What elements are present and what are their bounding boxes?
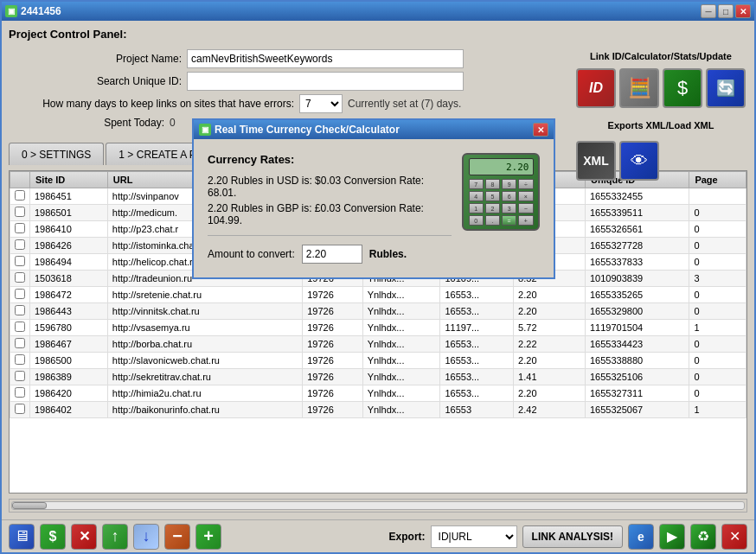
row-col3: 19726 xyxy=(303,385,362,402)
plus-button[interactable]: + xyxy=(195,524,221,550)
row-siteid: 1986501 xyxy=(30,205,108,221)
arrow-up-button[interactable]: ↑ xyxy=(102,524,128,550)
row-uniqueid: 1655337833 xyxy=(585,254,689,271)
link-analysis-button[interactable]: LINK ANALYSIS! xyxy=(522,525,623,548)
row-checkbox[interactable] xyxy=(15,256,25,266)
monitor-icon-button[interactable]: 🖥 xyxy=(9,524,35,550)
minimize-button[interactable]: ─ xyxy=(701,4,716,18)
row-checkbox-cell xyxy=(10,221,30,238)
row-checkbox[interactable] xyxy=(15,322,25,332)
title-bar: ▣ 2441456 ─ □ ✕ xyxy=(2,2,754,21)
row-url: http://sretenie.chat.ru xyxy=(107,287,302,303)
col-header-siteid: Site ID xyxy=(30,172,108,188)
row-col5: 16553... xyxy=(440,369,514,385)
modal-close-button[interactable]: ✕ xyxy=(533,123,548,137)
window-controls: ─ □ ✕ xyxy=(701,4,751,18)
row-col5: 16553... xyxy=(440,385,514,402)
scrollbar-thumb[interactable] xyxy=(12,502,47,509)
horizontal-scrollbar[interactable] xyxy=(9,499,747,513)
row-checkbox[interactable] xyxy=(15,190,25,201)
calc-button-grid: 7 8 9 ÷ 4 5 6 × 1 2 3 − 0 . = + xyxy=(469,179,534,226)
maximize-button[interactable]: □ xyxy=(718,4,734,18)
row-checkbox[interactable] xyxy=(15,289,25,299)
row-siteid: 1986467 xyxy=(30,336,108,353)
rate-usd: 2.20 Rubles in USD is: $0.03 Conversion … xyxy=(208,175,452,199)
calc-display: 2.20 xyxy=(469,158,534,175)
row-page: 0 xyxy=(689,254,746,271)
row-col5: 16553... xyxy=(440,287,514,303)
convert-row: Amount to convert: Rubles. xyxy=(208,245,452,264)
modal-title-bar: ▣ Real Time Currency Check/Calculator ✕ xyxy=(194,120,554,139)
row-siteid: 1986494 xyxy=(30,254,108,271)
row-col4: Ynlhdx... xyxy=(362,385,440,402)
x-final-button[interactable]: ✕ xyxy=(721,524,747,550)
minus-button[interactable]: − xyxy=(164,524,190,550)
row-url: http://borba.chat.ru xyxy=(107,336,302,353)
modal-body: Currency Rates: 2.20 Rubles in USD is: $… xyxy=(194,139,554,277)
table-row: 1986402 http://baikonurinfo.chat.ru 1972… xyxy=(10,402,746,418)
row-checkbox-cell xyxy=(10,336,30,353)
project-name-input[interactable] xyxy=(187,49,464,68)
bottom-bar: 🖥 $ ✕ ↑ ↓ − + Export: ID|URL Full Data C… xyxy=(2,519,754,552)
row-page: 0 xyxy=(689,336,746,353)
app-icon: ▣ xyxy=(5,5,17,17)
row-col3: 19726 xyxy=(303,353,362,369)
calc-2: 2 xyxy=(485,203,500,213)
dollar-bottom-button[interactable]: $ xyxy=(40,524,66,550)
row-uniqueid: 1655335265 xyxy=(585,287,689,303)
row-page: 1 xyxy=(689,320,746,336)
load-xml-button[interactable]: 👁 xyxy=(619,141,659,181)
row-checkbox-cell xyxy=(10,369,30,385)
table-row: 1986420 http://himia2u.chat.ru 19726 Ynl… xyxy=(10,385,746,402)
xml-panel-title: Exports XML/Load XML xyxy=(576,120,746,131)
row-siteid: 1596780 xyxy=(30,320,108,336)
row-checkbox[interactable] xyxy=(15,404,25,414)
modal-app-icon: ▣ xyxy=(199,124,211,136)
keep-days-dropdown[interactable]: 73514 xyxy=(299,94,343,113)
row-uniqueid: 1655325106 xyxy=(585,369,689,385)
search-id-input[interactable] xyxy=(187,72,464,91)
green-arrow-button[interactable]: ▶ xyxy=(659,524,685,550)
row-col3: 19726 xyxy=(303,303,362,320)
amount-input[interactable] xyxy=(302,245,362,264)
right-panel: Link ID/Calculator/Stats/Update ID 🧮 $ 🔄… xyxy=(576,51,746,181)
update-icon-button[interactable]: 🔄 xyxy=(706,68,746,108)
table-row: 1986500 http://slavonicweb.chat.ru 19726… xyxy=(10,353,746,369)
row-checkbox[interactable] xyxy=(15,239,25,250)
calc-add: + xyxy=(518,215,533,226)
calc-div: ÷ xyxy=(518,179,533,189)
row-uniqueid: 1655339511 xyxy=(585,205,689,221)
right-panel-title: Link ID/Calculator/Stats/Update xyxy=(576,51,746,61)
row-checkbox[interactable] xyxy=(15,387,25,398)
export-dropdown[interactable]: ID|URL Full Data CSV xyxy=(431,525,517,548)
row-checkbox[interactable] xyxy=(15,223,25,233)
calc-1: 1 xyxy=(469,203,484,213)
row-url: http://sekretitrav.chat.ru xyxy=(107,369,302,385)
row-checkbox[interactable] xyxy=(15,272,25,283)
calc-dot: . xyxy=(485,215,500,226)
arrow-down-button[interactable]: ↓ xyxy=(133,524,159,550)
id-icon-button[interactable]: ID xyxy=(576,68,616,108)
row-checkbox[interactable] xyxy=(15,354,25,365)
row-page xyxy=(689,188,746,205)
calc-4: 4 xyxy=(469,191,484,201)
recycle-button[interactable]: ♻ xyxy=(690,524,716,550)
row-checkbox[interactable] xyxy=(15,338,25,348)
row-rubles: 2.20 xyxy=(514,353,586,369)
dollar-icon-button[interactable]: $ xyxy=(663,68,702,108)
row-rubles: 2.22 xyxy=(514,336,586,353)
table-row: 1986389 http://sekretitrav.chat.ru 19726… xyxy=(10,369,746,385)
calculator-icon-button[interactable]: 🧮 xyxy=(619,68,659,108)
tab-settings[interactable]: 0 > SETTINGS xyxy=(9,143,104,165)
row-checkbox[interactable] xyxy=(15,207,25,217)
row-col4: Ynlhdx... xyxy=(362,369,440,385)
window-title: 2441456 xyxy=(21,5,61,17)
close-button[interactable]: ✕ xyxy=(735,4,751,18)
row-checkbox[interactable] xyxy=(15,305,25,315)
x-bottom-button[interactable]: ✕ xyxy=(71,524,97,550)
calc-mul: × xyxy=(518,191,533,201)
ie-icon-button[interactable]: e xyxy=(628,524,654,550)
row-checkbox[interactable] xyxy=(15,371,25,381)
rubles-label: Rubles. xyxy=(369,248,407,260)
xml-export-button[interactable]: XML xyxy=(576,141,616,181)
